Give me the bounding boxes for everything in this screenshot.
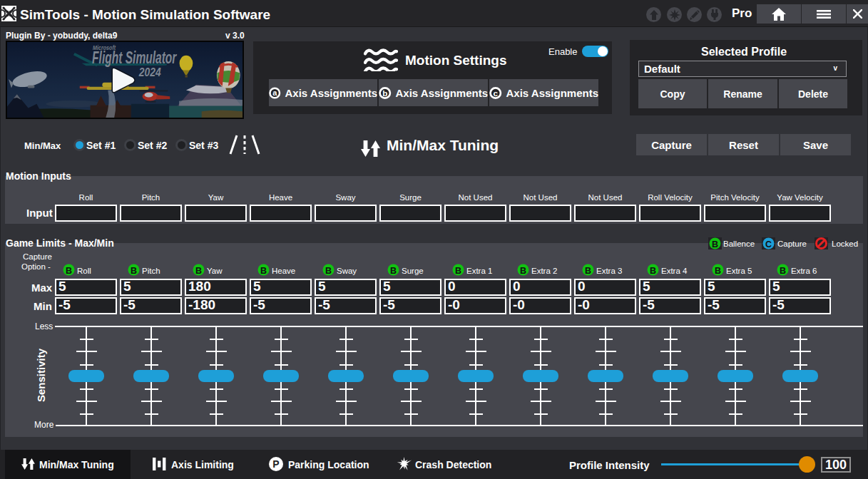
svg-text:B: B xyxy=(66,266,72,276)
svg-text:B: B xyxy=(712,240,718,249)
svg-text:B: B xyxy=(650,266,656,276)
svg-text:B: B xyxy=(195,266,202,276)
svg-text:B: B xyxy=(131,266,137,276)
svg-text:B: B xyxy=(780,266,786,276)
svg-text:B: B xyxy=(390,266,397,276)
svg-text:B: B xyxy=(585,266,591,276)
svg-text:B: B xyxy=(455,266,461,276)
svg-text:P: P xyxy=(272,458,279,470)
svg-text:b: b xyxy=(382,88,387,97)
svg-text:a: a xyxy=(272,88,277,97)
svg-text:B: B xyxy=(520,266,526,276)
svg-text:B: B xyxy=(260,266,267,276)
svg-text:c: c xyxy=(494,88,499,97)
svg-text:C: C xyxy=(765,240,772,249)
svg-text:2024: 2024 xyxy=(138,65,161,78)
svg-text:Flight Simulator: Flight Simulator xyxy=(92,48,177,66)
svg-text:B: B xyxy=(325,266,332,276)
svg-text:B: B xyxy=(715,266,721,276)
